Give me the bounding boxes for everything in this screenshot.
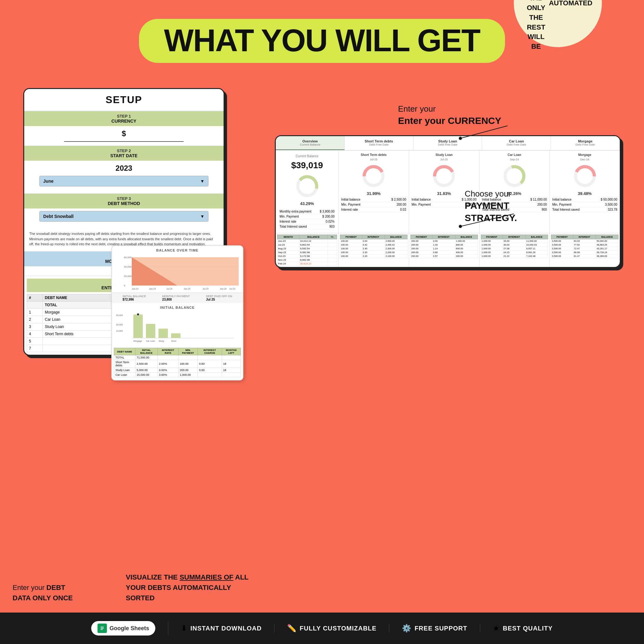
svg-point-21	[137, 313, 139, 316]
payment-tables-row: MONTH BALANCE +/- Jun-2310,012.12 Jul-23…	[276, 233, 620, 267]
svg-text:30,000: 30,000	[116, 324, 123, 326]
svg-text:Study: Study	[158, 340, 164, 342]
svg-text:60,000: 60,000	[124, 256, 132, 259]
table-row: 1,000.0030.0310,030.03	[481, 243, 548, 247]
tab-overview[interactable]: Overview Current Balance	[276, 136, 345, 150]
summary-paid-off: DEBT PAID OFF ON Jul 25	[206, 295, 232, 301]
balance-chart-svg: 60,000 40,000 20,000 0 Jan-23 Jan-24 Jul…	[112, 253, 243, 291]
quality-icon: ★	[493, 624, 500, 633]
currency-arrow	[457, 119, 520, 145]
svg-line-40	[460, 126, 508, 138]
step3-num: STEP 3	[27, 196, 221, 201]
table-row: 1,000.0027.089,057.11	[481, 247, 548, 251]
middle-bottom-label: VISUALIZE THE SUMMARIES OF ALL YOUR DEBT…	[126, 572, 248, 603]
debt-detail-table-wrap: DEBT NAME INITIAL BALANCE INTEREST RATE …	[112, 347, 243, 380]
step2-month-dropdown[interactable]: June ▼	[39, 176, 209, 186]
step3-label: DEBT METHOD	[27, 201, 221, 206]
table-row: 3,500.0077.9246,583.25	[551, 243, 619, 247]
svg-point-41	[459, 137, 462, 140]
overview-row: Total Interest saved 903	[280, 224, 335, 229]
step3-section: STEP 3 DEBT METHOD Debt Snowball ▼ The s…	[24, 194, 224, 252]
step1-label: CURRENCY	[27, 119, 221, 124]
debt-detail-table: DEBT NAME INITIAL BALANCE INTEREST RATE …	[114, 348, 241, 377]
support-icon: ⚙️	[402, 624, 411, 633]
dashboard-tabs: Overview Current Balance Short Term debt…	[276, 136, 620, 151]
debt-panel-morgage: Morgage Dec-24 39.48% Initial balance $ …	[550, 151, 620, 233]
overview-panel: Current Balance $39,019 43.29% Monthly e…	[276, 151, 339, 233]
step2-num: STEP 2	[27, 148, 221, 153]
table-row: 100.002.202,100.00	[340, 254, 408, 258]
table-row: Jun-2310,012.12	[277, 239, 337, 243]
svg-text:Jan-25: Jan-25	[184, 288, 191, 290]
table-row: Car Loan 15,000.00 3.60% 1,000.00	[114, 373, 241, 377]
svg-text:10,000: 10,000	[116, 330, 123, 332]
step3-method-dropdown[interactable]: Debt Snowball ▼	[39, 211, 209, 222]
svg-text:Short: Short	[171, 340, 176, 342]
svg-text:20,000: 20,000	[124, 275, 132, 278]
table-row: 100.000.002,500.00	[340, 239, 408, 243]
table-row: Nov-238,962.98	[277, 258, 337, 262]
table-row: 200.001.43800.00	[410, 243, 478, 247]
table-row: 100.002.402,300.00	[340, 247, 408, 251]
debt-detail-row: Total Interest saved 323.78	[552, 207, 617, 212]
tab-short-term[interactable]: Short Term debts Debt Free Date	[345, 136, 414, 150]
table-row: 200.000.001,000.00	[410, 239, 478, 243]
table-row: 1,000.0024.158,081.26	[481, 251, 548, 254]
svg-rect-45	[101, 627, 104, 627]
car-loan-donut	[482, 164, 547, 189]
summary-initial: INITIAL BALANCE $72,996	[123, 295, 146, 301]
debt-detail-row: Interest rate 0.02	[341, 207, 406, 212]
svg-text:Jul-25: Jul-25	[203, 288, 208, 290]
svg-text:Jul-25: Jul-25	[229, 288, 235, 290]
overview-row: Interest rate 0.02%	[280, 219, 335, 224]
short-term-payment-table: PAYMENT INTEREST BALANCE 100.000.002,500…	[339, 233, 409, 267]
instant-download-item: ⬇ INSTANT DOWNLOAD	[168, 624, 275, 633]
svg-text:Car Loan: Car Loan	[146, 340, 155, 342]
svg-rect-18	[146, 324, 155, 338]
bottom-labels: Enter your DEBT DATA ONLY ONCE	[13, 582, 73, 603]
svg-text:0: 0	[124, 284, 125, 287]
step1-num: STEP 1	[27, 114, 221, 119]
table-row: 200.000.57200.00	[410, 254, 478, 258]
initial-balance-svg: Morgage Car Loan Study Short 50,000 30,0…	[114, 311, 240, 343]
debt-panel-short-term: Short Term debts Jul-25 31.99% Initial b…	[339, 151, 409, 233]
best-quality-item: ★ BEST QUALITY	[480, 624, 565, 633]
svg-point-43	[459, 225, 462, 228]
debt-detail-row: Initial balance $ 50,000.00	[552, 197, 617, 202]
study-loan-donut	[412, 164, 477, 189]
google-sheets-badge-item: Google Sheets	[79, 621, 168, 636]
summary-payment: MONTHLY PAYMENT 23,800	[162, 295, 190, 301]
payment-month-table: MONTH BALANCE +/- Jun-2310,012.12 Jul-23…	[276, 233, 339, 267]
tab-morgage[interactable]: Morgage Debt Free Date	[551, 136, 620, 150]
header-title: WHAT YOU WILL GET	[164, 25, 480, 56]
svg-rect-19	[158, 329, 168, 338]
table-row: Jul-239,802.54	[277, 243, 337, 247]
morgage-payment-table: PAYMENT INTEREST BALANCE 3,500.0083.3350…	[550, 233, 620, 267]
svg-text:Jan-24: Jan-24	[149, 288, 156, 290]
table-row: 3,500.0061.4736,289.63	[551, 254, 619, 258]
table-row: 200.001.14600.00	[410, 247, 478, 251]
dashboard-card: Overview Current Balance Short Term debt…	[275, 135, 621, 268]
bottom-bar: Google Sheets ⬇ INSTANT DOWNLOAD ✏️ FULL…	[0, 613, 644, 644]
debt-col-num: #	[27, 294, 43, 301]
table-row: Aug-239,592.54	[277, 247, 337, 251]
strategy-arrow	[457, 208, 520, 233]
debt-detail-row: Min. Payment 3,500.00	[552, 202, 617, 207]
table-row: 3,500.0072.4743,161.17	[551, 247, 619, 251]
balance-chart-overlay: BALANCE OVER TIME 60,000 40,000 20,000 0…	[111, 245, 243, 380]
svg-rect-47	[101, 629, 103, 630]
car-loan-payment-table: PAYMENT INTEREST BALANCE 1,000.0033.0011…	[480, 233, 550, 267]
fully-customizable-item: ✏️ FULLY CUSTOMIZABLE	[275, 624, 389, 633]
overview-row: Min. Payment $ 200.00	[280, 214, 335, 219]
dashboard-body: Current Balance $39,019 43.29% Monthly e…	[276, 151, 620, 233]
short-term-donut	[341, 164, 406, 189]
svg-rect-20	[171, 333, 180, 338]
customize-icon: ✏️	[287, 624, 297, 633]
table-row: 100.002.302,200.00	[340, 251, 408, 254]
svg-rect-17	[133, 314, 143, 338]
table-row: 1,000.0033.0011,000.00	[481, 239, 548, 243]
header-pill: WHAT YOU WILL GET	[139, 19, 505, 63]
step2-header: STEP 2 START DATE	[24, 146, 224, 161]
table-row: 3,500.0066.9939,728.16	[551, 251, 619, 254]
initial-balance-chart: INITIAL BALANCE Morgage Car Loan Study S…	[112, 303, 243, 347]
